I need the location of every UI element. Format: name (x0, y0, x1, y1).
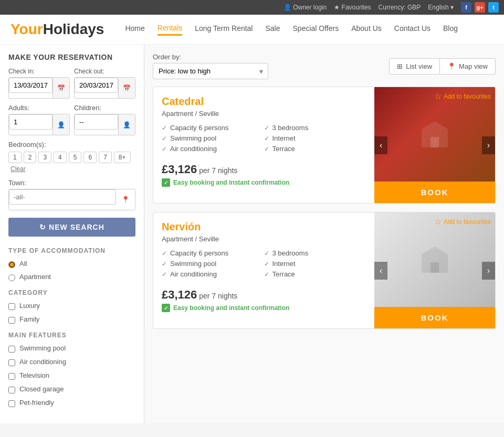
price-section: £3,126 per 7 nights (162, 163, 366, 176)
order-bar: Order by: Price: low to high ▾ ⊞ List vi… (153, 53, 496, 79)
checkbox-garage-input[interactable] (8, 387, 15, 393)
checkbox-ac-input[interactable] (8, 359, 15, 366)
book-button-catedral[interactable]: BOOK (374, 182, 495, 203)
language-selector[interactable]: English ▾ (428, 4, 454, 11)
googleplus-icon[interactable]: g+ (475, 2, 485, 13)
checkbox-family: Family (8, 315, 135, 325)
radio-apartment-label: Apartment (19, 273, 51, 281)
checkout-field: Check out: 📅 (74, 68, 135, 99)
price-per: per 7 nights (199, 166, 237, 175)
checkbox-pool-input[interactable] (8, 346, 15, 353)
property-name[interactable]: Catedral (162, 95, 366, 108)
checkbox-ac-label: Air conditioning (19, 358, 66, 366)
star-icon-3: ☆ (434, 217, 442, 227)
prev-image-button-2[interactable]: ‹ (374, 262, 387, 280)
nav-blog[interactable]: Blog (443, 24, 458, 35)
price: £3,126 (162, 163, 197, 176)
bedroom-btn-2[interactable]: 2 (24, 152, 37, 163)
calendar-icon-2: 📅 (118, 78, 135, 98)
feature-internet: ✓ Internet (264, 134, 366, 142)
card-features: ✓ Capacity 6 persons ✓ Swimming pool ✓ A… (162, 124, 366, 155)
checkbox-tv-input[interactable] (8, 373, 15, 380)
location-icon: 📍 (116, 189, 135, 210)
checkout-input[interactable] (75, 78, 118, 93)
checkbox-family-input[interactable] (8, 317, 15, 324)
add-to-favourites-button-2[interactable]: ☆ Add to favourites (434, 217, 491, 227)
map-view-button[interactable]: 📍 Map view (440, 58, 496, 74)
svg-marker-1 (422, 121, 448, 129)
list-view-button[interactable]: ⊞ List view (389, 58, 440, 74)
town-input[interactable] (9, 189, 116, 205)
clear-button[interactable]: Clear (10, 165, 26, 173)
list-icon: ⊞ (397, 62, 403, 70)
features-title: MAIN FEATURES (8, 332, 135, 339)
checkbox-pet-input[interactable] (8, 400, 15, 407)
bedroom-btn-6[interactable]: 6 (83, 152, 97, 163)
property-type-2: Apartment / Seville (162, 235, 366, 243)
card-image-section-2: ☆ Add to favourites ‹ › BOOK (374, 212, 495, 328)
order-label: Order by: (153, 53, 268, 61)
date-row: Check in: 📅 Check out: 📅 (8, 68, 135, 99)
nav-sale[interactable]: Sale (265, 24, 280, 35)
price-section-2: £3,126 per 7 nights (162, 288, 366, 302)
prev-image-button[interactable]: ‹ (374, 136, 387, 154)
bedroom-btn-3[interactable]: 3 (38, 152, 51, 163)
bedroom-btn-8plus[interactable]: 8+ (114, 152, 131, 163)
features-group: Swimming pool Air conditioning Televisio… (8, 344, 135, 409)
feature-capacity: ✓ Capacity 6 persons (162, 124, 264, 132)
children-input[interactable] (75, 114, 118, 130)
next-image-button-2[interactable]: › (482, 262, 495, 280)
main-nav: Home Rentals Long Term Rental Sale Speci… (125, 24, 458, 36)
twitter-icon[interactable]: t (488, 2, 499, 13)
card-info: Catedral Apartment / Seville ✓ Capacity … (153, 87, 374, 203)
feature-pool: ✓ Swimming pool (162, 134, 264, 142)
search-button[interactable]: ↻ NEW SEARCH (8, 218, 135, 237)
add-to-favourites-button[interactable]: ☆ Add to favourites (434, 91, 491, 101)
currency-selector[interactable]: Currency: GBP (379, 4, 421, 11)
checkbox-television: Television (8, 371, 135, 381)
checkbox-luxury-input[interactable] (8, 303, 15, 310)
owner-login-link[interactable]: 👤 Owner login (284, 4, 327, 11)
star-icon-2: ☆ (434, 91, 442, 101)
book-button-nervion[interactable]: BOOK (374, 307, 495, 328)
nav-about-us[interactable]: About Us (351, 24, 382, 35)
nav-rentals[interactable]: Rentals (158, 24, 182, 36)
checkin-input[interactable] (9, 78, 52, 93)
bedroom-btn-4[interactable]: 4 (54, 152, 67, 163)
facebook-icon[interactable]: f (461, 2, 471, 13)
property-name-2[interactable]: Nervión (162, 221, 366, 233)
nav-special-offers[interactable]: Special Offers (293, 24, 339, 35)
adults-row: Adults: 👤 Children: 👤 (8, 104, 135, 135)
check-icon-6: ✓ (264, 145, 269, 153)
checkout-label: Check out: (74, 68, 135, 75)
adults-input[interactable] (9, 114, 52, 130)
nav-contact-us[interactable]: Contact Us (394, 24, 430, 35)
radio-all-input[interactable] (8, 261, 15, 268)
checkbox-luxury-label: Luxury (19, 302, 40, 310)
feature-terrace: ✓ Terrace (264, 145, 366, 153)
logo[interactable]: YourHolidays (10, 21, 104, 38)
map-icon: 📍 (447, 62, 456, 70)
property-card-catedral: Catedral Apartment / Seville ✓ Capacity … (153, 87, 496, 204)
feature-ac-2: ✓ Air conditioning (162, 270, 264, 278)
order-select[interactable]: Price: low to high (153, 63, 268, 79)
bedroom-btn-7[interactable]: 7 (99, 152, 112, 163)
bedroom-btn-5[interactable]: 5 (69, 152, 82, 163)
accommodation-title: TYPE OF ACCOMMODATION (8, 247, 135, 254)
checkbox-air-conditioning: Air conditioning (8, 358, 135, 368)
radio-apartment-input[interactable] (8, 274, 15, 281)
accommodation-group: All Apartment (8, 260, 135, 283)
property-type: Apartment / Seville (162, 110, 366, 118)
nav-long-term-rental[interactable]: Long Term Rental (195, 24, 253, 35)
check-icon-7: ✓ (162, 250, 167, 257)
radio-all: All (8, 260, 135, 270)
nav-home[interactable]: Home (125, 24, 144, 35)
category-group: Luxury Family (8, 302, 135, 325)
next-image-button[interactable]: › (482, 136, 495, 154)
bedroom-btn-1[interactable]: 1 (8, 152, 22, 163)
favourites-link[interactable]: ★ Favourites (334, 4, 371, 11)
adults-field: Adults: 👤 (8, 104, 70, 135)
radio-all-label: All (19, 260, 27, 268)
star-icon: ★ (334, 4, 340, 11)
svg-rect-2 (430, 137, 439, 147)
